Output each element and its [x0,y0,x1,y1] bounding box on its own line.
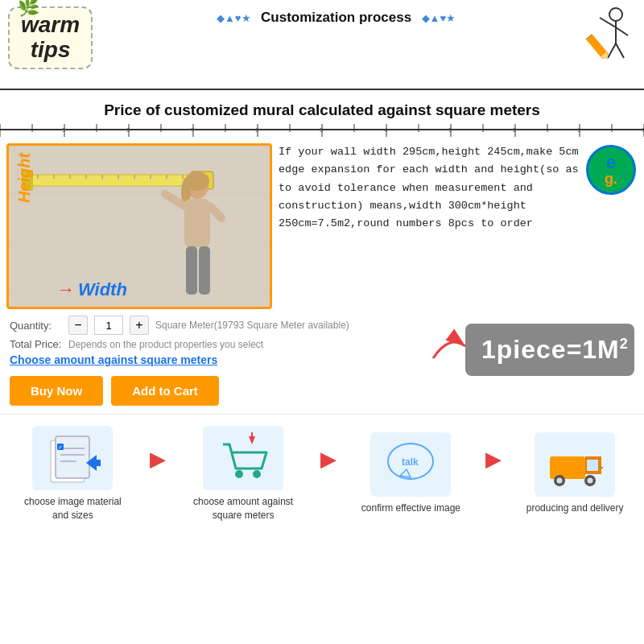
step-3: talk confirm effective image [361,432,460,515]
svg-line-3 [616,27,628,35]
buttons-row: Buy Now Add to Cart [0,376,644,414]
total-price-value: Depends on the product properties you se… [68,339,263,350]
quantity-input[interactable] [94,316,123,335]
qty-piece-section: Quantity: − + Square Meter(19793 Square … [0,311,644,376]
svg-rect-9 [0,89,644,90]
step-3-icon-box: talk [370,432,451,497]
stick-figure-icon [564,3,636,76]
svg-text:5: 5 [320,126,324,134]
woman-silhouette-icon [149,170,229,307]
description-area: e g. If your wall width 295cm,height 245… [279,143,638,309]
total-price-label: Total Price: [10,338,62,350]
buy-now-button[interactable]: Buy Now [10,376,103,406]
svg-rect-65 [186,246,197,295]
svg-text:✓: ✓ [58,444,63,450]
step-1: ✓ choose image material and sizes [20,426,125,522]
svg-text:2: 2 [513,126,517,134]
step-arrow-1: ▶ [150,447,166,472]
step-arrow-3: ▶ [485,447,502,472]
quantity-label: Quantity: [10,320,62,332]
svg-text:4: 4 [384,126,388,134]
step-2-label: choose amount against square meters [191,495,295,522]
steps-section: ✓ choose image material and sizes ▶ choo… [0,414,644,530]
leaf-icon: 🌿 [18,0,39,18]
svg-rect-66 [199,246,210,295]
piece-m2-section: 1piece=1M2 [425,316,634,376]
step-2: choose amount against square meters [191,426,295,522]
ruler-svg-bottom: 9876543210 [0,124,644,140]
svg-line-64 [210,206,221,218]
quantity-unit-info: Square Meter(19793 Square Meter availabl… [155,320,349,331]
middle-section: Height → Width e g. If your wall width 2… [0,143,644,309]
warm-tips-text: warm tips [21,13,80,63]
qty-left-panel: Quantity: − + Square Meter(19793 Square … [10,316,412,373]
step-4-icon-box [535,432,615,497]
step-4: producing and delivery [526,432,624,515]
warm-tips-box: 🌿 warm tips [8,6,93,69]
step-2-icon [215,432,271,485]
svg-text:1: 1 [577,126,581,134]
step-1-icon: ✓ [44,432,101,485]
svg-rect-85 [587,460,598,471]
svg-rect-69 [56,436,89,478]
svg-text:8: 8 [126,126,130,134]
svg-text:talk: talk [402,456,419,468]
ruler-top: // render ruler ticks inline won't work,… [0,77,644,93]
choose-amount-text[interactable]: Choose amount against square meters [10,353,412,366]
svg-point-0 [609,8,622,21]
quantity-minus-button[interactable]: − [68,316,88,335]
header: 🌿 warm tips ◆▲♥★ Customization process ◆… [0,0,644,76]
step-4-label: producing and delivery [526,502,624,515]
total-price-row: Total Price: Depends on the product prop… [10,338,412,350]
quantity-row: Quantity: − + Square Meter(19793 Square … [10,316,412,335]
customization-title: Customization process [261,10,411,25]
ruler-svg-top: // render ruler ticks inline won't work,… [0,77,644,93]
quantity-plus-button[interactable]: + [130,316,149,335]
piece-m2-badge: 1piece=1M2 [465,324,634,376]
wall-image-inner [9,146,270,307]
step-arrow-2: ▶ [320,447,336,472]
svg-text:6: 6 [255,126,259,134]
svg-point-90 [588,477,593,483]
wall-image-box: Height → Width [6,143,272,309]
step-2-icon-box [203,426,283,490]
svg-point-77 [253,470,261,478]
svg-text:9: 9 [62,126,66,134]
step-1-icon-box: ✓ [32,426,113,490]
svg-text:7: 7 [191,126,195,134]
step-3-label: confirm effective image [361,502,460,515]
svg-line-5 [616,43,624,58]
step-3-icon: talk [382,439,439,491]
add-to-cart-button[interactable]: Add to Cart [111,376,219,406]
deco-stars-right: ◆▲♥★ [422,12,456,24]
svg-point-76 [235,470,243,478]
description-text: If your wall width 295cm,height 245cm,ma… [279,143,638,233]
svg-rect-83 [550,456,585,479]
step-4-icon [547,439,603,491]
eg-badge: e g. [586,145,636,195]
svg-line-4 [608,43,616,58]
svg-text:3: 3 [448,126,452,134]
main-headline: Price of customized mural calculated aga… [0,95,644,124]
step-1-label: choose image material and sizes [20,495,125,522]
pencil-area [564,3,636,76]
svg-line-2 [600,18,616,27]
piece-m2-text: 1piece=1M2 [481,335,629,364]
ruler-bottom: 9876543210 [0,124,644,140]
height-label: Height [15,153,34,203]
deco-stars-left: ◆▲♥★ [217,12,251,24]
width-label: → Width [57,279,127,300]
svg-point-88 [557,477,563,483]
